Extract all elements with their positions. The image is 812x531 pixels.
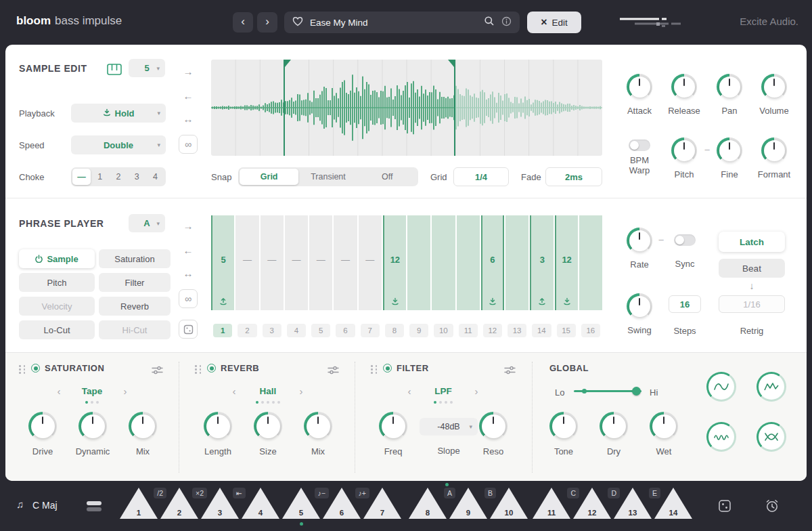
knob-freq[interactable] <box>379 412 407 440</box>
option-2[interactable]: 2 <box>109 169 127 185</box>
preset-browser[interactable]: Ease My Mind <box>284 12 520 33</box>
seq-step-10[interactable] <box>432 215 455 310</box>
option-—[interactable]: — <box>72 169 91 185</box>
playback-dropdown[interactable]: Hold ▾ <box>71 104 166 123</box>
drag-handle-icon[interactable] <box>195 365 202 374</box>
option-1[interactable]: 1 <box>91 169 109 185</box>
lo-hi-slider[interactable] <box>574 386 641 396</box>
seq-step-1[interactable]: 5 <box>211 215 234 310</box>
sample-start-marker[interactable] <box>284 60 285 156</box>
step-number-5[interactable]: 5 <box>311 324 330 337</box>
loop-infinity-button[interactable]: ∞ <box>179 135 198 154</box>
retrig-value[interactable]: 1/16 <box>719 295 785 313</box>
knob-fine[interactable] <box>717 137 742 163</box>
option-Transient[interactable]: Transient <box>298 169 357 185</box>
fade-value-dropdown[interactable]: 2ms <box>545 167 602 186</box>
knob-pan[interactable] <box>717 74 742 100</box>
clock-button[interactable] <box>763 497 781 515</box>
knob-volume[interactable] <box>761 74 787 100</box>
fx-button-lo-cut[interactable]: Lo-Cut <box>19 320 95 339</box>
mod-shape-cross-button[interactable] <box>757 422 786 452</box>
filter-preset[interactable]: LPF <box>416 386 470 396</box>
steps-count[interactable]: 16 <box>669 295 701 313</box>
loop-infinity-button[interactable]: ∞ <box>179 289 198 308</box>
slope-dropdown[interactable]: -48dB ▾ <box>420 418 478 436</box>
bpm-warp-toggle[interactable]: BPMWarp <box>618 140 661 175</box>
fx-button-filter[interactable]: Filter <box>99 273 171 292</box>
step-number-10[interactable]: 10 <box>434 324 453 337</box>
seq-step-8[interactable]: 12 <box>383 215 406 310</box>
option-Off[interactable]: Off <box>358 169 417 185</box>
mod-shape-peaks-button[interactable] <box>757 372 786 402</box>
copy-left-icon[interactable]: ← <box>177 242 199 258</box>
grid-value-dropdown[interactable]: 1/4 <box>453 167 509 186</box>
seq-step-3[interactable]: — <box>261 215 284 310</box>
step-number-8[interactable]: 8 <box>385 324 404 337</box>
routing-icon[interactable] <box>328 365 339 377</box>
speed-dropdown[interactable]: Double ▾ <box>71 135 166 154</box>
prev-arrow-icon[interactable]: ‹ <box>54 385 64 397</box>
toggle-pill[interactable] <box>629 140 650 151</box>
step-number-15[interactable]: 15 <box>557 324 576 337</box>
knob-release[interactable] <box>671 74 697 100</box>
phrase-slot-dropdown[interactable]: A ▾ <box>129 214 165 232</box>
fx-button-saturation[interactable]: Saturation <box>99 249 171 268</box>
step-number-2[interactable]: 2 <box>238 324 256 337</box>
seq-step-7[interactable]: — <box>359 215 382 310</box>
filter-enable-radio[interactable] <box>383 364 392 373</box>
knob-dynamic[interactable] <box>78 412 107 440</box>
routing-icon[interactable] <box>504 365 516 377</box>
fx-button-pitch[interactable]: Pitch <box>19 273 95 292</box>
knob-wet[interactable] <box>650 412 678 440</box>
beat-button[interactable]: Beat <box>719 259 785 278</box>
saturation-preset[interactable]: Tape <box>65 386 119 396</box>
step-number-6[interactable]: 6 <box>336 324 355 337</box>
seq-step-9[interactable] <box>407 215 430 310</box>
search-icon[interactable] <box>484 16 495 29</box>
edit-button[interactable]: × Edit <box>527 12 581 33</box>
knob-tone[interactable] <box>549 412 578 440</box>
sample-slot-dropdown[interactable]: 5 ▾ <box>129 59 165 77</box>
swap-icon[interactable]: ↔ <box>177 265 199 281</box>
next-arrow-icon[interactable]: › <box>472 385 481 397</box>
copy-right-icon[interactable]: → <box>177 217 199 234</box>
prev-arrow-icon[interactable]: ‹ <box>405 385 414 397</box>
step-number-9[interactable]: 9 <box>409 324 428 337</box>
drag-handle-icon[interactable] <box>19 365 26 374</box>
pad-1[interactable]: 1/2 <box>120 488 158 519</box>
randomize-dice-button[interactable] <box>179 320 198 339</box>
knob-rate[interactable] <box>627 228 652 253</box>
seq-step-2[interactable]: — <box>235 215 258 310</box>
prev-preset-button[interactable]: ‹ <box>233 12 253 33</box>
knob-swing[interactable] <box>627 293 652 319</box>
knob-size[interactable] <box>254 412 282 440</box>
seq-step-11[interactable] <box>457 215 480 310</box>
seq-step-12[interactable]: 6 <box>481 215 504 310</box>
step-number-3[interactable]: 3 <box>263 324 281 337</box>
sample-end-marker[interactable] <box>454 60 455 156</box>
pad-5[interactable]: 5♪− <box>282 488 320 519</box>
drag-handle-icon[interactable] <box>371 365 378 374</box>
seq-step-14[interactable]: 3 <box>530 215 553 310</box>
step-number-14[interactable]: 14 <box>532 324 551 337</box>
seq-step-5[interactable]: — <box>309 215 332 310</box>
step-number-11[interactable]: 11 <box>459 324 478 337</box>
step-number-7[interactable]: 7 <box>361 324 380 337</box>
prev-arrow-icon[interactable]: ‹ <box>229 385 239 397</box>
copy-left-icon[interactable]: ← <box>177 87 199 104</box>
pad-11[interactable]: 11C <box>533 488 570 519</box>
seq-step-6[interactable]: — <box>334 215 357 310</box>
pad-4[interactable]: 4⇤ <box>242 488 279 519</box>
knob-reso[interactable] <box>479 412 508 440</box>
slider-thumb[interactable] <box>632 387 641 396</box>
step-number-16[interactable]: 16 <box>581 324 600 337</box>
copy-right-icon[interactable]: → <box>177 63 199 79</box>
knob-dry[interactable] <box>600 412 628 440</box>
swap-icon[interactable]: ↔ <box>177 110 199 127</box>
toggle-pill[interactable] <box>674 234 696 246</box>
next-arrow-icon[interactable]: › <box>296 385 306 397</box>
saturation-enable-radio[interactable] <box>31 364 40 373</box>
option-3[interactable]: 3 <box>128 169 146 185</box>
step-number-1[interactable]: 1 <box>213 324 232 337</box>
fx-button-velocity[interactable]: Velocity <box>19 297 95 316</box>
